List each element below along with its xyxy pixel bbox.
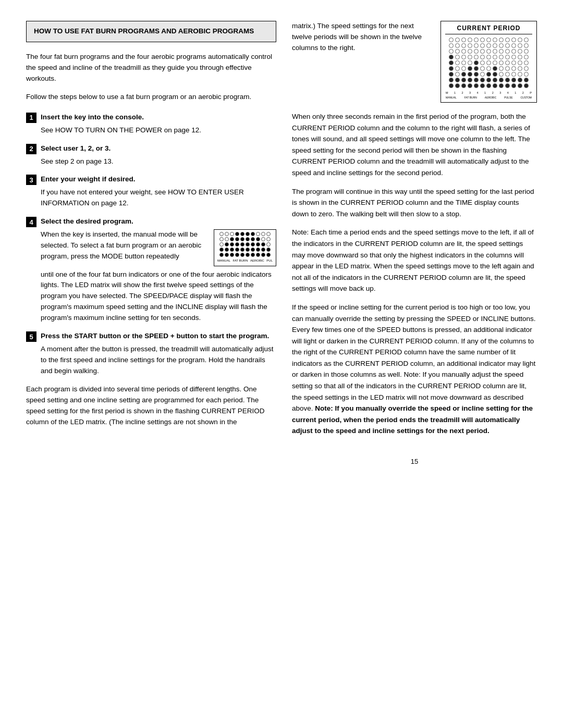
dot <box>225 253 229 257</box>
cp-dot <box>474 66 479 71</box>
label-custom-cp: CUSTOM <box>520 96 532 99</box>
cp-row-5 <box>445 60 532 65</box>
cp-dot <box>493 66 497 71</box>
cp-dot <box>480 66 485 71</box>
label-2: 2 <box>462 91 463 94</box>
cp-dot <box>518 60 522 65</box>
dot <box>240 232 244 236</box>
dot <box>230 232 234 236</box>
right-top-text: matrix.) The speed settings for the next… <box>292 21 433 103</box>
cp-dot <box>518 49 522 54</box>
cp-dot <box>511 78 516 82</box>
cp-dot <box>455 83 460 88</box>
cp-dot <box>505 72 510 77</box>
cp-dot <box>524 38 529 42</box>
cp-dot <box>486 66 491 71</box>
cp-dot <box>486 78 491 82</box>
cp-dot <box>455 55 460 59</box>
cp-dot <box>499 38 504 42</box>
cp-dot <box>474 78 479 82</box>
step-5-number: 5 <box>26 331 36 342</box>
step-2-header: 2 Select user 1, 2, or 3. <box>26 143 276 154</box>
cp-dot <box>449 66 454 71</box>
cp-dot <box>511 49 516 54</box>
label-fat-burn-cp: FAT BURN <box>464 96 477 99</box>
cp-row-2 <box>445 43 532 48</box>
cp-dot <box>455 38 460 42</box>
cp-dot <box>511 66 516 71</box>
cp-dot <box>524 83 529 88</box>
cp-dot <box>468 78 472 82</box>
right-column: matrix.) The speed settings for the next… <box>292 21 537 465</box>
cp-dot <box>486 49 491 54</box>
cp-dot <box>486 83 491 88</box>
dot <box>261 237 265 241</box>
dot <box>266 237 271 241</box>
label-aerobic: AEROBIC <box>250 258 264 263</box>
dot <box>235 253 239 257</box>
dot <box>246 248 250 252</box>
cp-row-6 <box>445 66 532 71</box>
dot <box>251 248 255 252</box>
cp-dot <box>511 60 516 65</box>
dot <box>235 232 239 236</box>
step-5-body: A moment after the button is pressed, th… <box>41 344 276 377</box>
cp-dot <box>486 55 491 59</box>
cp-row-8 <box>445 78 532 82</box>
cp-dot <box>449 60 454 65</box>
cp-labels: M 1 2 3 4 1 2 3 4 1 2 P <box>445 91 532 94</box>
step-5-title: Press the START button or the SPEED + bu… <box>41 331 269 341</box>
cp-dot <box>455 43 460 48</box>
dot <box>240 248 244 252</box>
bold-note: Note: If you manually override the speed… <box>292 404 533 435</box>
step-3-number: 3 <box>26 175 36 185</box>
dot <box>251 242 255 246</box>
intro-paragraph: The four fat burn programs and the four … <box>26 52 276 84</box>
cp-dot <box>461 72 466 77</box>
cp-row-7 <box>445 72 532 77</box>
dot <box>261 242 265 246</box>
cp-dot <box>499 83 504 88</box>
label-1b: 1 <box>484 91 486 94</box>
cp-dot <box>449 72 454 77</box>
cp-dot <box>474 38 479 42</box>
step-1-header: 1 Insert the key into the console. <box>26 112 276 123</box>
dot <box>219 248 224 252</box>
cp-row-3 <box>445 49 532 54</box>
cp-dot <box>518 66 522 71</box>
current-period-box: CURRENT PERIOD <box>440 21 537 103</box>
dot <box>256 242 260 246</box>
cp-dot <box>461 38 466 42</box>
cp-dot <box>449 55 454 59</box>
cp-dot <box>468 72 472 77</box>
label-1c: 1 <box>515 91 516 94</box>
label-2b: 2 <box>492 91 494 94</box>
cp-dot <box>480 38 485 42</box>
cp-dot <box>468 38 472 42</box>
step-4-body-text: When the key is inserted, the manual mod… <box>41 230 201 260</box>
cp-dot <box>468 60 472 65</box>
cp-dot <box>461 78 466 82</box>
step-3-header: 3 Enter your weight if desired. <box>26 174 276 185</box>
cp-dot <box>524 43 529 48</box>
cp-dot <box>524 60 529 65</box>
cp-dot <box>518 43 522 48</box>
dot <box>246 242 250 246</box>
cp-dot <box>493 78 497 82</box>
step-3-body: If you have not entered your weight, see… <box>41 187 276 209</box>
dot <box>266 253 271 257</box>
step-4-body-area: When the key is inserted, the manual mod… <box>41 229 276 266</box>
dot <box>225 242 229 246</box>
dot <box>235 248 239 252</box>
dot <box>261 232 265 236</box>
dot <box>219 242 224 246</box>
cp-dot <box>524 49 529 54</box>
dot <box>219 237 224 241</box>
step-5-header: 5 Press the START button or the SPEED + … <box>26 331 276 342</box>
step-4-number: 4 <box>26 217 36 227</box>
cp-dot <box>518 78 522 82</box>
dot <box>251 237 255 241</box>
cp-dot <box>461 66 466 71</box>
cp-dot <box>474 72 479 77</box>
dot <box>261 253 265 257</box>
